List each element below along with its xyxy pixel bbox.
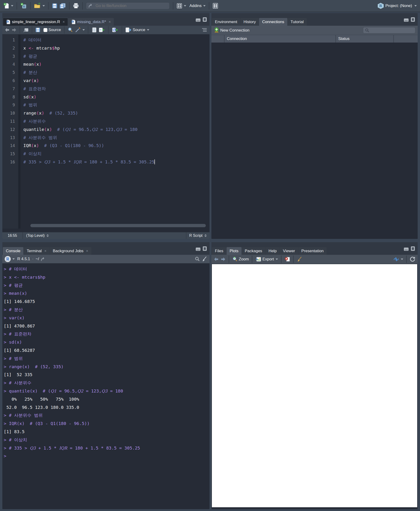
- minimize-pane-icon[interactable]: [404, 18, 409, 22]
- compile-report-icon[interactable]: [91, 27, 97, 33]
- goto-file-input[interactable]: [95, 3, 167, 8]
- source-button-caret: [147, 29, 149, 31]
- console-line: > var(x): [4, 314, 210, 322]
- minimize-pane-icon[interactable]: [196, 18, 200, 22]
- editor-line[interactable]: 13# 사분위수 범위: [2, 134, 210, 142]
- editor-line[interactable]: 15# 이상치: [2, 150, 210, 158]
- editor-line[interactable]: 11# 사분위수: [2, 117, 210, 126]
- editor-line[interactable]: 12quantile(x) # (Q1 = 96.5,Q2 = 123,Q3 =…: [2, 126, 210, 134]
- editor-line[interactable]: 4mean(x): [2, 60, 210, 69]
- rerun-previous-icon[interactable]: [112, 27, 119, 33]
- open-file-button[interactable]: [34, 3, 45, 9]
- maximize-pane-icon[interactable]: [203, 17, 207, 22]
- back-icon[interactable]: [5, 28, 10, 32]
- editor-line[interactable]: 14IQR(x) # (Q3 - Q1(180 - 96.5)): [2, 142, 210, 150]
- tab-close-icon[interactable]: ×: [63, 20, 65, 24]
- remove-plot-icon[interactable]: [285, 256, 290, 262]
- forward-icon[interactable]: [11, 28, 17, 32]
- tab-history[interactable]: History: [240, 18, 259, 26]
- tab-packages[interactable]: Packages: [242, 247, 265, 255]
- editor-line[interactable]: 10range(x) # (52, 335): [2, 109, 210, 117]
- clear-all-plots-broom-icon[interactable]: [297, 256, 302, 262]
- open-in-new-window-icon[interactable]: [23, 27, 29, 32]
- tab-close-icon[interactable]: ×: [86, 249, 88, 253]
- r-version-menu[interactable]: R: [5, 256, 15, 262]
- tab-console[interactable]: Console: [3, 247, 23, 255]
- editor-line[interactable]: 7# 표준편차: [2, 85, 210, 93]
- plot-display-area: [212, 264, 417, 507]
- console-search-icon[interactable]: [195, 256, 200, 262]
- tab-files[interactable]: Files: [212, 247, 226, 255]
- editor-code-area[interactable]: 1# 데이터2x <- mtcars$hp3# 평균4mean(x)5# 분산6…: [2, 35, 210, 229]
- new-connection-button[interactable]: New Connection: [214, 27, 249, 34]
- editor-line[interactable]: 1# 데이터: [2, 36, 210, 44]
- project-menu-button[interactable]: R Project: (None): [378, 3, 417, 9]
- go-to-directory-icon[interactable]: [41, 257, 46, 261]
- doc-type-selector[interactable]: R Script: [186, 232, 210, 239]
- goto-file-search[interactable]: [86, 2, 170, 9]
- editor-line[interactable]: 8sd(x): [2, 93, 210, 101]
- next-plot-icon[interactable]: [220, 257, 226, 261]
- publish-plot-button[interactable]: [393, 257, 403, 262]
- connections-search-input[interactable]: [371, 28, 413, 33]
- clear-console-broom-icon[interactable]: [202, 256, 207, 262]
- maximize-pane-icon[interactable]: [411, 246, 415, 251]
- find-replace-icon[interactable]: [68, 27, 73, 33]
- editor-horizontal-scrollbar[interactable]: [19, 224, 207, 227]
- run-selection-icon[interactable]: [98, 27, 105, 33]
- toolbar-separator: [122, 26, 122, 34]
- previous-plot-icon[interactable]: [214, 257, 219, 261]
- save-all-button[interactable]: [59, 3, 66, 9]
- editor-line[interactable]: 6var(x): [2, 77, 210, 85]
- tab-close-icon[interactable]: ×: [109, 20, 111, 24]
- new-project-button[interactable]: R: [20, 3, 27, 9]
- editor-line[interactable]: 5# 분산: [2, 69, 210, 77]
- source-button[interactable]: Source: [125, 27, 149, 33]
- new-file-button[interactable]: [3, 3, 13, 9]
- tab-missing-data[interactable]: R missing_data.R* ×: [68, 18, 114, 26]
- zoom-plot-button[interactable]: Zoom: [232, 256, 249, 262]
- panes-layout-button[interactable]: [177, 3, 186, 9]
- publish-icon: [393, 257, 399, 262]
- tab-tutorial[interactable]: Tutorial: [288, 18, 307, 26]
- maximize-pane-icon[interactable]: [411, 17, 415, 22]
- save-button[interactable]: [52, 3, 58, 9]
- console-output[interactable]: > # 데이터> x <- mtcars$hp> # 평균> mean(x)[1…: [2, 264, 210, 509]
- maximize-pane-icon[interactable]: [203, 246, 207, 251]
- tab-environment[interactable]: Environment: [212, 18, 240, 26]
- show-columns-button[interactable]: [213, 3, 218, 9]
- editor-line[interactable]: 9# 범위: [2, 101, 210, 109]
- code-tools-button[interactable]: [75, 27, 85, 33]
- editor-line[interactable]: 2x <- mtcars$hp: [2, 44, 210, 52]
- minimize-pane-icon[interactable]: [404, 248, 409, 251]
- tab-label: Presentation: [301, 249, 323, 253]
- tab-help[interactable]: Help: [265, 247, 280, 255]
- export-plot-button[interactable]: Export: [255, 257, 278, 262]
- scope-selector[interactable]: (Top Level): [23, 234, 52, 238]
- header-cell-connection: Connection: [224, 35, 335, 43]
- tab-terminal[interactable]: Terminal×: [24, 247, 50, 255]
- refresh-plot-icon[interactable]: [410, 256, 415, 262]
- checkbox-icon[interactable]: [44, 28, 47, 32]
- document-outline-icon[interactable]: [202, 28, 207, 32]
- addins-button[interactable]: Addins: [189, 3, 206, 8]
- save-icon[interactable]: [35, 27, 40, 32]
- tab-background-jobs[interactable]: Background Jobs×: [50, 247, 91, 255]
- editor-line[interactable]: 16# 335 > Q3 + 1.5 * IQR = 180 + 1.5 * 8…: [2, 158, 210, 166]
- r-version-label: R 4.5.1: [17, 257, 30, 261]
- connections-search-box[interactable]: [363, 27, 415, 33]
- tab-connections[interactable]: Connections: [259, 18, 287, 26]
- tab-simple-linear-regression[interactable]: R simple_linear_regression.R ×: [3, 18, 68, 26]
- editor-line[interactable]: 3# 평균: [2, 52, 210, 61]
- save-icon: [52, 3, 58, 9]
- print-button[interactable]: [73, 3, 79, 9]
- scrollbar-thumb[interactable]: [30, 224, 206, 227]
- tab-viewer[interactable]: Viewer: [280, 247, 298, 255]
- tab-presentation[interactable]: Presentation: [298, 247, 327, 255]
- tab-plots[interactable]: Plots: [227, 247, 241, 255]
- minimize-pane-icon[interactable]: [196, 248, 200, 251]
- tab-close-icon[interactable]: ×: [44, 249, 46, 253]
- console-line: [1] 68.56287: [4, 346, 210, 355]
- source-on-save-checkbox[interactable]: Source: [44, 28, 61, 32]
- toolbar-separator: [173, 2, 173, 10]
